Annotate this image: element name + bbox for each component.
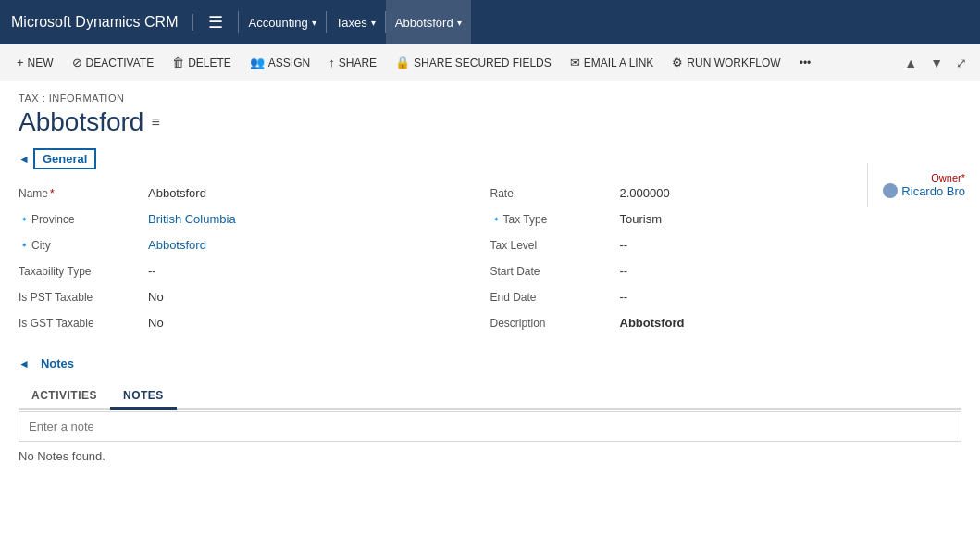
field-row-tax-type: 🔹 Tax Type Tourism xyxy=(490,207,962,232)
field-row-name: Name * Abbotsford xyxy=(19,181,490,207)
notes-collapse-arrow: ◄ xyxy=(19,357,30,370)
owner-value[interactable]: Ricardo Bro xyxy=(883,183,965,198)
assign-label: ASSIGN xyxy=(268,56,310,69)
field-row-tax-level: Tax Level -- xyxy=(490,232,962,258)
app-title: Microsoft Dynamics CRM xyxy=(11,14,193,31)
form-selector-icon[interactable]: ≡ xyxy=(151,114,159,131)
start-date-value: -- xyxy=(620,264,628,278)
nav-accounting-label: Accounting xyxy=(248,16,307,30)
province-value[interactable]: British Columbia xyxy=(148,212,236,226)
nav-abbotsford-label: Abbotsford xyxy=(395,16,453,30)
share-button[interactable]: ↑ SHARE xyxy=(319,44,386,81)
is-gst-taxable-value: No xyxy=(148,316,164,330)
name-value: Abbotsford xyxy=(148,186,206,200)
email-link-button[interactable]: ✉ EMAIL A LINK xyxy=(561,44,664,81)
notes-section-title: Notes xyxy=(33,355,81,372)
expand-button[interactable]: ⤢ xyxy=(950,48,973,78)
field-row-is-pst-taxable: Is PST Taxable No xyxy=(19,284,490,310)
is-pst-taxable-value: No xyxy=(148,290,164,304)
page-title: Abbotsford xyxy=(19,107,143,137)
share-icon: ↑ xyxy=(329,56,335,69)
more-icon: ••• xyxy=(800,56,812,69)
field-row-description: Description Abbotsford xyxy=(490,310,962,336)
nav-arrows: ▲ ▼ ⤢ xyxy=(899,48,973,78)
note-input[interactable] xyxy=(19,411,961,442)
assign-icon: 👥 xyxy=(250,56,265,69)
nav-item-accounting[interactable]: Accounting ▾ xyxy=(239,0,325,44)
rate-label: Rate xyxy=(490,187,620,200)
nav-item-taxes[interactable]: Taxes ▾ xyxy=(327,0,385,44)
run-workflow-icon: ⚙ xyxy=(672,56,683,69)
hamburger-button[interactable]: ☰ xyxy=(201,8,230,36)
province-label: 🔹 Province xyxy=(19,213,148,226)
description-label: Description xyxy=(490,317,620,330)
is-gst-taxable-label: Is GST Taxable xyxy=(19,317,148,330)
notes-section-header[interactable]: ◄ Notes xyxy=(19,355,961,372)
delete-icon: 🗑 xyxy=(172,56,184,69)
next-record-button[interactable]: ▼ xyxy=(924,48,949,78)
field-row-is-gst-taxable: Is GST Taxable No xyxy=(19,310,490,336)
field-row-taxability-type: Taxability Type -- xyxy=(19,258,490,284)
share-secured-icon: 🔒 xyxy=(395,56,410,69)
owner-label: Owner* xyxy=(883,172,965,183)
deactivate-button[interactable]: ⊘ DEACTIVATE xyxy=(63,44,164,81)
email-link-icon: ✉ xyxy=(570,56,580,69)
new-button[interactable]: + NEW xyxy=(7,44,63,81)
run-workflow-button[interactable]: ⚙ RUN WORKFLOW xyxy=(663,44,789,81)
tab-activities[interactable]: ACTIVITIES xyxy=(19,383,110,408)
abbotsford-dropdown-arrow: ▾ xyxy=(457,18,462,28)
new-label: NEW xyxy=(28,56,54,69)
share-label: SHARE xyxy=(339,56,377,69)
run-workflow-label: RUN WORKFLOW xyxy=(687,56,780,69)
nav-item-abbotsford[interactable]: Abbotsford ▾ xyxy=(386,0,471,44)
prev-record-button[interactable]: ▲ xyxy=(899,48,923,78)
page-title-row: Abbotsford ≡ xyxy=(19,107,961,137)
command-bar: + NEW ⊘ DEACTIVATE 🗑 DELETE 👥 ASSIGN ↑ S… xyxy=(0,44,980,81)
city-info-icon: 🔹 xyxy=(19,240,30,250)
form-col-left: Name * Abbotsford 🔹 Province British Col… xyxy=(19,181,490,336)
owner-panel: Owner* Ricardo Bro xyxy=(867,163,980,207)
description-value: Abbotsford xyxy=(620,316,685,330)
tax-type-info-icon: 🔹 xyxy=(490,214,502,224)
more-button[interactable]: ••• xyxy=(790,44,821,81)
tab-notes[interactable]: NOTES xyxy=(110,383,177,410)
general-section-header[interactable]: ◄ General xyxy=(19,148,961,169)
city-value[interactable]: Abbotsford xyxy=(148,238,206,252)
section-collapse-arrow: ◄ xyxy=(19,153,30,166)
share-secured-label: SHARE SECURED FIELDS xyxy=(414,56,552,69)
general-section-title: General xyxy=(33,148,96,169)
field-row-city: 🔹 City Abbotsford xyxy=(19,232,490,258)
deactivate-label: DEACTIVATE xyxy=(86,56,155,69)
email-link-label: EMAIL A LINK xyxy=(584,56,654,69)
province-info-icon: 🔹 xyxy=(19,214,30,224)
name-label: Name * xyxy=(19,187,148,200)
taxes-dropdown-arrow: ▾ xyxy=(371,18,376,28)
top-nav: Microsoft Dynamics CRM ☰ Accounting ▾ Ta… xyxy=(0,0,980,44)
field-row-start-date: Start Date -- xyxy=(490,258,962,284)
field-row-province: 🔹 Province British Columbia xyxy=(19,207,490,232)
tax-level-value: -- xyxy=(620,238,628,252)
start-date-label: Start Date xyxy=(490,265,620,278)
breadcrumb: TAX : INFORMATION xyxy=(19,93,961,104)
delete-label: DELETE xyxy=(188,56,231,69)
tax-type-value: Tourism xyxy=(620,212,663,226)
share-secured-button[interactable]: 🔒 SHARE SECURED FIELDS xyxy=(386,44,561,81)
is-pst-taxable-label: Is PST Taxable xyxy=(19,291,148,304)
notes-section: ◄ Notes ACTIVITIES NOTES No Notes found. xyxy=(19,355,961,470)
taxability-type-label: Taxability Type xyxy=(19,265,148,278)
form-grid: Name * Abbotsford 🔹 Province British Col… xyxy=(19,181,961,336)
field-row-end-date: End Date -- xyxy=(490,284,962,310)
taxability-type-value: -- xyxy=(148,264,156,278)
main-wrapper: Owner* Ricardo Bro TAX : INFORMATION Abb… xyxy=(0,81,980,482)
deactivate-icon: ⊘ xyxy=(72,56,82,69)
owner-avatar xyxy=(883,183,898,198)
end-date-label: End Date xyxy=(490,291,620,304)
rate-value: 2.000000 xyxy=(620,186,670,200)
accounting-dropdown-arrow: ▾ xyxy=(312,18,316,28)
owner-name: Ricardo Bro xyxy=(901,184,965,198)
assign-button[interactable]: 👥 ASSIGN xyxy=(241,44,319,81)
no-notes-message: No Notes found. xyxy=(19,442,961,470)
tabs-row: ACTIVITIES NOTES xyxy=(19,383,961,410)
delete-button[interactable]: 🗑 DELETE xyxy=(163,44,241,81)
nav-taxes-label: Taxes xyxy=(336,16,367,30)
